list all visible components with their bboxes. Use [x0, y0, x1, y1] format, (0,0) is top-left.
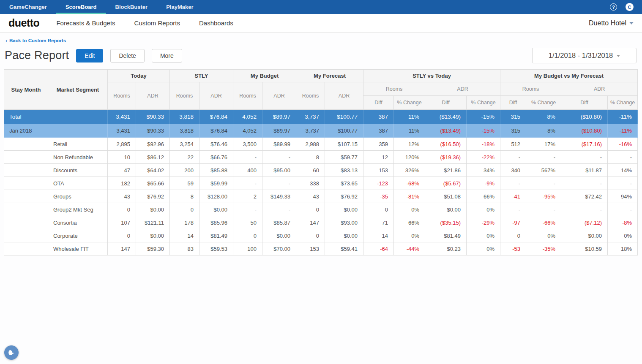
value-cell: - — [526, 177, 561, 190]
value-cell: -68% — [394, 177, 425, 190]
value-cell: 0 — [170, 203, 199, 216]
value-cell: $59.77 — [325, 151, 363, 164]
value-cell: 400 — [233, 164, 262, 177]
nav-item-forecasts-budgets[interactable]: Forecasts & Budgets — [56, 19, 115, 27]
col-header-market-segment: Market Segment — [48, 70, 108, 110]
delete-button[interactable]: Delete — [110, 49, 144, 62]
value-cell: 3,500 — [233, 138, 262, 151]
avatar[interactable]: C — [626, 3, 634, 11]
value-cell: - — [500, 203, 526, 216]
value-cell: ($16.50) — [425, 138, 467, 151]
value-cell: 3,737 — [296, 110, 325, 124]
value-cell: 326% — [394, 164, 425, 177]
value-cell: 0 — [500, 229, 526, 242]
value-cell: 11% — [394, 124, 425, 138]
property-selector[interactable]: Duetto Hotel — [589, 19, 634, 27]
back-link-label: Back to Custom Reports — [9, 38, 66, 43]
value-cell: 2,988 — [296, 138, 325, 151]
col-group-my-forecast: My Forecast — [296, 70, 363, 82]
back-link[interactable]: ‹ Back to Custom Reports — [5, 38, 66, 43]
value-cell: 3,431 — [108, 110, 136, 124]
value-cell: ($35.15) — [425, 216, 467, 229]
date-range-selector[interactable]: 1/1/2018 - 1/31/2018 — [532, 48, 637, 63]
value-cell: $64.02 — [136, 164, 170, 177]
value-cell: 338 — [296, 177, 325, 190]
value-cell: $59.53 — [199, 242, 233, 255]
more-button[interactable]: More — [152, 49, 182, 62]
stay-month-cell — [4, 151, 48, 164]
value-cell: $0.23 — [425, 242, 467, 255]
value-cell: -35 — [363, 190, 394, 203]
value-cell: -53 — [500, 242, 526, 255]
pace-table-body: Total3,431$90.333,818$76.844,052$89.973,… — [4, 110, 638, 255]
stay-month-cell — [4, 203, 48, 216]
value-cell: $95.00 — [262, 164, 296, 177]
market-segment-cell: Corporate — [48, 229, 108, 242]
value-cell: $0.00 — [199, 203, 233, 216]
table-row: Group2 Mkt Seg0$0.000$0.00--0$0.0000%$0.… — [4, 203, 638, 216]
value-cell: 147 — [108, 242, 136, 255]
top-tab-blockbuster[interactable]: BlockBuster — [106, 0, 157, 14]
value-cell: $107.15 — [325, 138, 363, 151]
value-cell: -97 — [500, 216, 526, 229]
col-header-rooms: Rooms — [233, 82, 262, 110]
market-segment-cell: Group2 Mkt Seg — [48, 203, 108, 216]
col-header-rooms: Rooms — [500, 82, 561, 96]
nav-item-custom-reports[interactable]: Custom Reports — [134, 19, 180, 27]
value-cell: 0% — [467, 203, 500, 216]
top-tab-gamechanger[interactable]: GameChanger — [0, 0, 56, 14]
stay-month-cell — [4, 216, 48, 229]
col-header-adr: ADR — [325, 82, 363, 110]
page-title: Pace Report — [5, 49, 69, 62]
value-cell: 59 — [170, 177, 199, 190]
value-cell: - — [561, 177, 608, 190]
duetto-logo[interactable]: duetto — [8, 17, 39, 29]
value-cell: $93.00 — [325, 216, 363, 229]
value-cell: - — [233, 151, 262, 164]
help-icon[interactable]: ? — [610, 3, 617, 11]
col-header-diff: Diff — [561, 96, 608, 110]
value-cell: - — [608, 151, 638, 164]
value-cell: 0 — [108, 229, 136, 242]
value-cell: 2,895 — [108, 138, 136, 151]
value-cell: 512 — [500, 138, 526, 151]
value-cell: 107 — [108, 216, 136, 229]
table-row: Discounts47$64.02200$85.88400$95.0060$83… — [4, 164, 638, 177]
value-cell: $21.86 — [425, 164, 467, 177]
value-cell: $76.46 — [199, 138, 233, 151]
value-cell: 3,254 — [170, 138, 199, 151]
value-cell: ($5.67) — [425, 177, 467, 190]
value-cell: 147 — [296, 216, 325, 229]
value-cell: 10 — [108, 151, 136, 164]
value-cell: 8 — [170, 190, 199, 203]
market-segment-cell: OTA — [48, 177, 108, 190]
value-cell: 0% — [467, 242, 500, 255]
edit-button[interactable]: Edit — [76, 49, 103, 62]
top-tab-playmaker[interactable]: PlayMaker — [157, 0, 202, 14]
market-segment-cell: Non Refundable — [48, 151, 108, 164]
value-cell: ($13.49) — [425, 124, 467, 138]
value-cell: $0.00 — [262, 229, 296, 242]
value-cell: -15% — [467, 110, 500, 124]
stay-month-cell: Total — [4, 110, 48, 124]
value-cell: 83 — [170, 242, 199, 255]
value-cell: $149.33 — [262, 190, 296, 203]
value-cell: 0 — [296, 203, 325, 216]
market-segment-cell: Discounts — [48, 164, 108, 177]
top-tab-scoreboard[interactable]: ScoreBoard — [56, 0, 106, 14]
value-cell: 8 — [296, 151, 325, 164]
value-cell: 43 — [108, 190, 136, 203]
col-header-pct-change: % Change — [394, 96, 425, 110]
value-cell: $85.88 — [199, 164, 233, 177]
value-cell: -44% — [394, 242, 425, 255]
value-cell: 11% — [394, 110, 425, 124]
nav-item-dashboards[interactable]: Dashboards — [199, 19, 233, 27]
value-cell: $73.65 — [325, 177, 363, 190]
chat-widget-button[interactable] — [4, 345, 19, 360]
chevron-left-icon: ‹ — [5, 38, 8, 43]
value-cell: 18% — [608, 242, 638, 255]
value-cell: 0% — [394, 203, 425, 216]
value-cell: -18% — [467, 138, 500, 151]
value-cell: $59.30 — [136, 242, 170, 255]
value-cell: 567% — [526, 164, 561, 177]
